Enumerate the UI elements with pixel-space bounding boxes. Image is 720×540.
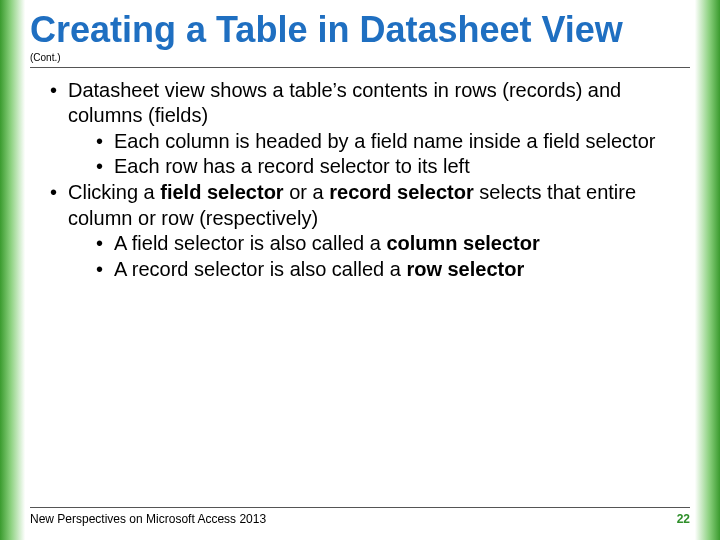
continuation-label: (Cont.) (30, 50, 690, 67)
bullet-item: Datasheet view shows a table’s contents … (50, 78, 690, 180)
bullet-list: Datasheet view shows a table’s contents … (30, 78, 690, 283)
bullet-text: Datasheet view shows a table’s contents … (68, 79, 621, 127)
bold-term: record selector (329, 181, 474, 203)
footer-text: New Perspectives on Microsoft Access 201… (30, 512, 266, 526)
sub-bullet-item: Each column is headed by a field name in… (96, 129, 690, 155)
sub-bullet-item: A record selector is also called a row s… (96, 257, 690, 283)
bullet-item: Clicking a field selector or a record se… (50, 180, 690, 282)
footer: New Perspectives on Microsoft Access 201… (30, 507, 690, 526)
slide: Creating a Table in Datasheet View (Cont… (30, 0, 690, 540)
sub-bullet-list: A field selector is also called a column… (68, 231, 690, 282)
page-number: 22 (677, 512, 690, 526)
bold-term: column selector (386, 232, 539, 254)
sub-bullet-text: Each column is headed by a field name in… (114, 130, 655, 152)
sub-bullet-text-part: A field selector is also called a (114, 232, 386, 254)
sub-bullet-item: A field selector is also called a column… (96, 231, 690, 257)
slide-title: Creating a Table in Datasheet View (30, 0, 690, 50)
sub-bullet-item: Each row has a record selector to its le… (96, 154, 690, 180)
sub-bullet-text: Each row has a record selector to its le… (114, 155, 470, 177)
bold-term: field selector (160, 181, 283, 203)
bullet-text-part: or a (284, 181, 330, 203)
bold-term: row selector (406, 258, 524, 280)
bullet-text-part: Clicking a (68, 181, 160, 203)
sub-bullet-list: Each column is headed by a field name in… (68, 129, 690, 180)
title-divider (30, 67, 690, 68)
sub-bullet-text-part: A record selector is also called a (114, 258, 406, 280)
